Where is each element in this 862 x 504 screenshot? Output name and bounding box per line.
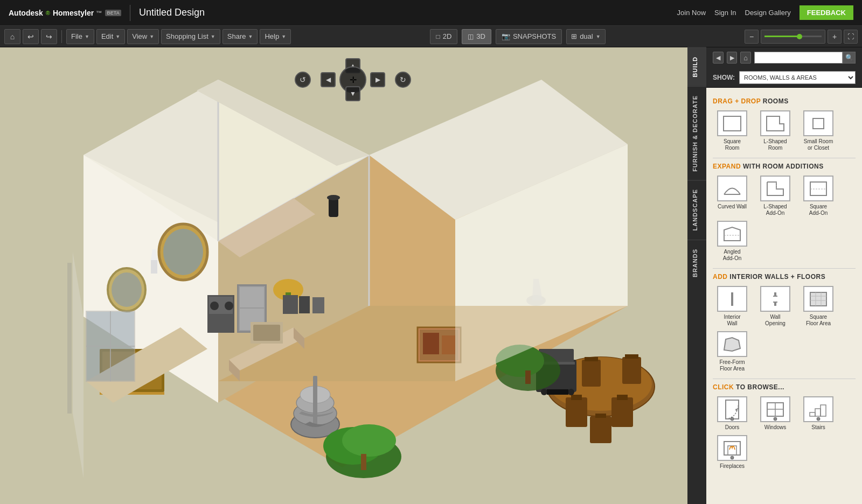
design-title[interactable]: Untitled Design — [139, 7, 205, 18]
panel-search-button[interactable]: 🔍 — [843, 52, 856, 64]
square-room-icon — [717, 110, 747, 136]
svg-point-46 — [163, 229, 203, 275]
square-addon-label: SquareAdd-On — [809, 204, 828, 216]
windows-icon — [760, 396, 790, 422]
dual-button[interactable]: ⊞ dual ▼ — [566, 29, 606, 44]
view-menu-arrow: ▼ — [149, 34, 154, 39]
panel-header: ◀ ▶ ⌂ 🔍 — [706, 47, 862, 68]
svg-rect-66 — [590, 416, 611, 443]
file-menu[interactable]: File ▼ — [66, 29, 94, 44]
angled-addon-label: AngledAdd-On — [723, 249, 741, 262]
doors-icon — [717, 396, 747, 422]
dual-arrow: ▼ — [596, 34, 601, 39]
angled-addon-icon — [717, 221, 747, 247]
room-item-interior-wall[interactable]: InteriorWall — [713, 286, 752, 327]
undo-button[interactable]: ↩ — [23, 29, 39, 44]
viewport[interactable]: ↺ ▲ ◀ ✛ ▶ ▼ ↻ 🔍 — [0, 47, 706, 504]
view-menu[interactable]: View ▼ — [127, 29, 159, 44]
show-label: SHOW: — [713, 74, 735, 81]
show-row: SHOW: ROOMS, WALLS & AREAS FLOOR PLAN AL… — [706, 68, 862, 88]
help-menu[interactable]: Help ▼ — [260, 29, 291, 44]
shopping-list-menu[interactable]: Shopping List ▼ — [161, 29, 220, 44]
zoom-out-button[interactable]: − — [745, 30, 759, 44]
pan-down-button[interactable]: ▼ — [345, 86, 360, 101]
share-menu[interactable]: Share ▼ — [223, 29, 258, 44]
room-item-square-addon[interactable]: SquareAdd-On — [799, 176, 838, 216]
stairs-label: Stairs — [811, 424, 825, 431]
room-item-doors[interactable]: Doors — [713, 396, 752, 431]
mode-2d-button[interactable]: □ 2D — [430, 29, 457, 44]
room-item-windows[interactable]: Windows — [756, 396, 795, 431]
stairs-icon — [803, 396, 833, 422]
panel-forward-button[interactable]: ▶ — [727, 52, 738, 64]
room-item-fireplaces[interactable]: Fireplaces — [713, 435, 752, 470]
room-item-freeform-floor[interactable]: Free-FormFloor Area — [713, 331, 752, 372]
home-button[interactable]: ⌂ — [4, 29, 20, 44]
fullscreen-button[interactable]: ⛶ — [844, 30, 858, 44]
panel-back-button[interactable]: ◀ — [713, 52, 724, 64]
svg-marker-95 — [724, 227, 740, 241]
room-item-l-shaped-addon[interactable]: L-ShapedAdd-On — [756, 176, 795, 216]
room-item-square-floor[interactable]: SquareFloor Area — [799, 286, 838, 327]
panel-search-input[interactable] — [754, 52, 843, 64]
feedback-button[interactable]: FEEDBACK — [800, 5, 853, 20]
room-item-stairs[interactable]: Stairs — [799, 396, 838, 431]
edit-menu[interactable]: Edit ▼ — [96, 29, 125, 44]
vtab-furnish[interactable]: FURNISH & DECORATE — [687, 86, 706, 180]
sign-in-link[interactable]: Sign In — [714, 9, 736, 17]
design-gallery-link[interactable]: Design Gallery — [745, 9, 791, 17]
join-now-link[interactable]: Join Now — [677, 9, 706, 17]
svg-point-110 — [731, 417, 734, 421]
fireplaces-icon — [717, 435, 747, 461]
section-interior-header: ADD INTERIOR WALLS + FLOORS — [713, 273, 856, 281]
divider-3 — [713, 379, 856, 379]
zoom-handle[interactable] — [797, 34, 802, 39]
share-menu-arrow: ▼ — [248, 34, 253, 39]
interior-rest: INTERIOR WALLS + FLOORS — [729, 273, 825, 281]
svg-marker-89 — [767, 116, 784, 131]
room-item-angled-addon[interactable]: AngledAdd-On — [713, 221, 752, 262]
redo-button[interactable]: ↪ — [41, 29, 57, 44]
svg-rect-87 — [312, 297, 324, 313]
rotate-right-button[interactable]: ↻ — [395, 72, 411, 88]
svg-rect-55 — [442, 335, 455, 354]
vertical-tabs: BUILD FURNISH & DECORATE LANDSCAPE BRAND… — [687, 47, 706, 504]
rotate-left-button[interactable]: ↺ — [295, 72, 311, 88]
svg-point-75 — [541, 389, 547, 395]
show-dropdown[interactable]: ROOMS, WALLS & AREAS FLOOR PLAN ALL — [739, 71, 856, 84]
svg-rect-68 — [582, 360, 601, 387]
zoom-fill — [764, 36, 799, 37]
dual-icon: ⊞ — [571, 32, 577, 40]
toolbar-center: □ 2D ◫ 3D 📷 SNAPSHOTS ⊞ dual ▼ — [430, 29, 605, 44]
room-item-small[interactable]: Small Roomor Closet — [799, 110, 838, 151]
svg-point-118 — [817, 417, 820, 421]
beta-badge: BETA — [105, 10, 121, 16]
pan-left-button[interactable]: ◀ — [321, 72, 336, 87]
vtab-build[interactable]: BUILD — [687, 47, 706, 86]
top-right-links: Join Now Sign In Design Gallery FEEDBACK — [677, 5, 853, 20]
expand-highlight: EXPAND — [713, 163, 741, 170]
main-area: ↺ ▲ ◀ ✛ ▶ ▼ ↻ 🔍 BUILD FURNISH & DECORATE… — [0, 47, 862, 504]
room-item-wall-opening[interactable]: WallOpening — [756, 286, 795, 327]
vtab-brands[interactable]: BRANDS — [687, 240, 706, 286]
snapshots-button[interactable]: 📷 SNAPSHOTS — [496, 29, 562, 44]
mode-3d-button[interactable]: ◫ 3D — [462, 29, 491, 44]
svg-point-28 — [225, 302, 233, 310]
section-expand-header: EXPAND WITH ROOM ADDITIONS — [713, 163, 856, 170]
room-item-l-shaped[interactable]: L-ShapedRoom — [756, 110, 795, 151]
room-item-square[interactable]: SquareRoom — [713, 110, 752, 151]
svg-point-114 — [774, 417, 777, 421]
zoom-slider[interactable] — [761, 30, 825, 44]
vtab-landscape[interactable]: LANDSCAPE — [687, 180, 706, 239]
room-item-curved-wall[interactable]: Curved Wall — [713, 176, 752, 216]
svg-rect-42 — [361, 454, 366, 470]
svg-rect-38 — [313, 376, 317, 430]
svg-rect-102 — [810, 292, 826, 306]
drag-drop-rooms-grid: SquareRoom L-ShapedRoom — [713, 110, 856, 151]
shopping-list-label: Shopping List — [166, 32, 208, 40]
header-divider — [130, 5, 130, 21]
panel-home-button[interactable]: ⌂ — [740, 52, 751, 64]
pan-right-button[interactable]: ▶ — [370, 72, 385, 87]
share-menu-label: Share — [227, 32, 246, 40]
zoom-in-button[interactable]: + — [828, 30, 842, 44]
